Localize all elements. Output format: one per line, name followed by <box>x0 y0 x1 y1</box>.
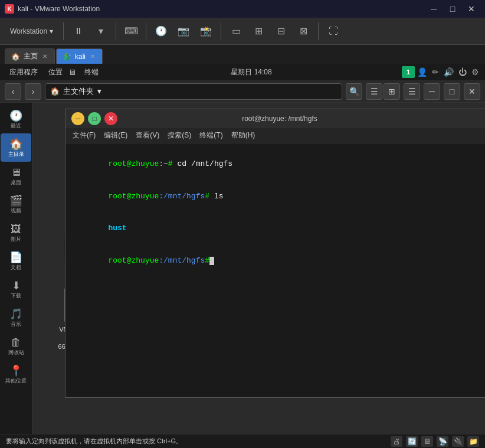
home-tab-close[interactable]: ✕ <box>41 53 48 60</box>
sidebar-item-other[interactable]: 📍 其他位置 <box>1 360 31 388</box>
video-label: 视频 <box>11 208 21 214</box>
snapshot-button[interactable]: 🕐 <box>151 21 171 41</box>
terminal-symbol-2: # <box>205 192 209 201</box>
send-ctrlaltdel-button[interactable]: ⌨ <box>121 21 141 41</box>
vm-location-menu[interactable]: 位置 <box>44 65 67 79</box>
view-buttons: ☰ ⊞ <box>366 83 400 100</box>
vm-power-icon[interactable]: ⏻ <box>457 66 468 78</box>
terminal-file-menu[interactable]: 文件(F) <box>69 129 99 142</box>
snapshot2-button[interactable]: 📷 <box>173 21 194 41</box>
view-button-4[interactable]: ⊠ <box>293 21 313 41</box>
search-button[interactable]: 🔍 <box>346 83 362 100</box>
downloads-icon: ⬇ <box>12 279 21 292</box>
titlebar-left: K kali - VMware Workstation <box>5 4 100 14</box>
status-text: 要将输入定向到该虚拟机，请在虚拟机内部单击或按 Ctrl+G。 <box>6 437 386 446</box>
view-button-2[interactable]: ⊞ <box>248 21 268 41</box>
kali-tab-close[interactable]: ✕ <box>89 53 96 60</box>
vm-clock: 星期日 14:08 <box>104 67 398 77</box>
minimize-button[interactable]: ─ <box>425 2 443 16</box>
music-icon: 🎵 <box>9 308 22 321</box>
forward-button[interactable]: › <box>25 83 41 100</box>
fm-close-button[interactable]: ✕ <box>464 83 480 100</box>
workstation-menu-button[interactable]: Workstation ▾ <box>5 21 58 41</box>
terminal-path-1: :~ <box>159 159 168 168</box>
pause-button[interactable]: ⏸ <box>68 21 89 41</box>
sidebar-item-home[interactable]: 🏠 主目录 <box>1 133 31 162</box>
location-home-icon: 🏠 <box>50 87 60 96</box>
vm-apps-menu[interactable]: 应用程序 <box>5 65 42 79</box>
terminal-close-button[interactable]: ✕ <box>104 112 117 125</box>
window-title: kali - VMware Workstation <box>18 5 100 13</box>
sidebar-item-downloads[interactable]: ⬇ 下载 <box>1 275 31 303</box>
sidebar: 🕐 最近 🏠 主目录 🖥 桌面 🎬 视频 🖼 图片 📄 文档 ⬇ 下载 🎵 音乐… <box>0 103 32 434</box>
location-bar[interactable]: 🏠 主文件夹 ▾ <box>45 83 342 100</box>
docs-label: 文档 <box>11 265 21 271</box>
home-icon: 🏠 <box>9 138 22 151</box>
toolbar-separator-5 <box>318 22 319 40</box>
terminal-menu-bar: 文件(F) 编辑(E) 查看(V) 搜索(S) 终端(T) 帮助(H) <box>65 128 485 143</box>
close-button[interactable]: ✕ <box>463 2 480 16</box>
terminal-view-menu[interactable]: 查看(V) <box>132 129 163 142</box>
other-label: 其他位置 <box>5 378 27 384</box>
vm-pen-icon: ✏ <box>431 66 440 78</box>
fm-maximize-button[interactable]: □ <box>444 83 460 100</box>
view-button-3[interactable]: ⊟ <box>271 21 291 41</box>
status-icon-2: 🔄 <box>406 436 418 447</box>
terminal-output-line: hust <box>71 212 485 245</box>
list-view-button[interactable]: ☰ <box>366 83 382 100</box>
fm-minimize-button[interactable]: ─ <box>424 83 440 100</box>
terminal-search-menu[interactable]: 搜索(S) <box>164 129 195 142</box>
vm-terminal-icon: 🖥 <box>68 68 76 77</box>
pause-dropdown-button[interactable]: ▾ <box>91 21 111 41</box>
status-icon-5: 🔌 <box>452 436 464 447</box>
more-options-button[interactable]: ☰ <box>404 83 420 100</box>
view-button-1[interactable]: ▭ <box>226 21 246 41</box>
pictures-label: 图片 <box>11 237 21 243</box>
video-icon: 🎬 <box>9 194 22 207</box>
grid-view-button[interactable]: ⊞ <box>384 83 400 100</box>
maximize-button[interactable]: □ <box>444 2 461 16</box>
back-button[interactable]: ‹ <box>5 83 21 100</box>
vm-workspace-badge[interactable]: 1 <box>402 66 415 78</box>
recent-icon: 🕐 <box>9 109 22 122</box>
fullscreen-button[interactable]: ⛶ <box>323 21 343 41</box>
terminal-window: ─ □ ✕ root@zhuyue: /mnt/hgfs 文件(F) 编辑(E)… <box>65 109 485 398</box>
desktop-label: 桌面 <box>11 180 21 186</box>
terminal-help-menu[interactable]: 帮助(H) <box>228 129 259 142</box>
terminal-terminal-menu[interactable]: 终端(T) <box>196 129 226 142</box>
sidebar-item-recent[interactable]: 🕐 最近 <box>1 105 31 133</box>
status-icon-4: 📡 <box>437 436 448 447</box>
tab-home[interactable]: 🏠 主页 ✕ <box>5 48 55 64</box>
sidebar-item-pictures[interactable]: 🖼 图片 <box>1 218 31 247</box>
music-label: 音乐 <box>11 322 21 328</box>
toolbar-separator-2 <box>116 22 116 40</box>
downloads-label: 下载 <box>11 293 21 299</box>
sidebar-item-trash[interactable]: 🗑 回收站 <box>1 332 31 360</box>
home-tab-icon: 🏠 <box>11 53 20 61</box>
terminal-minimize-button[interactable]: ─ <box>71 112 84 125</box>
terminal-path-2: :/mnt/hgfs <box>159 192 205 201</box>
sidebar-item-video[interactable]: 🎬 视频 <box>1 190 31 218</box>
other-icon: 📍 <box>9 364 22 377</box>
terminal-symbol-1: # <box>168 159 173 168</box>
trash-label: 回收站 <box>8 350 24 356</box>
terminal-maximize-button[interactable]: □ <box>88 112 101 125</box>
terminal-line-2: root@zhuyue:/mnt/hgfs# ls <box>71 181 485 213</box>
terminal-body[interactable]: root@zhuyue:~# cd /mnt/hgfs root@zhuyue:… <box>65 143 485 397</box>
vm-settings-icon[interactable]: ⚙ <box>470 66 480 78</box>
desktop-icon: 🖥 <box>11 166 21 179</box>
titlebar-controls: ─ □ ✕ <box>425 2 480 16</box>
sidebar-item-desktop[interactable]: 🖥 桌面 <box>1 162 31 190</box>
terminal-cmd-1: cd /mnt/hgfs <box>173 159 232 168</box>
terminal-path-3: :/mnt/hgfs <box>159 256 205 265</box>
sidebar-item-docs[interactable]: 📄 文档 <box>1 247 31 275</box>
sidebar-item-music[interactable]: 🎵 音乐 <box>1 303 31 332</box>
snapshot3-button[interactable]: 📸 <box>196 21 216 41</box>
status-icon-3: 🖥 <box>421 436 433 447</box>
toolbar-separator-3 <box>146 22 146 40</box>
vm-terminal-menu[interactable]: 终端 <box>80 65 103 79</box>
home-label: 主目录 <box>8 152 24 158</box>
tab-kali[interactable]: 🐉 kali ✕ <box>56 48 103 64</box>
terminal-edit-menu[interactable]: 编辑(E) <box>100 129 131 142</box>
titlebar: K kali - VMware Workstation ─ □ ✕ <box>0 0 485 18</box>
